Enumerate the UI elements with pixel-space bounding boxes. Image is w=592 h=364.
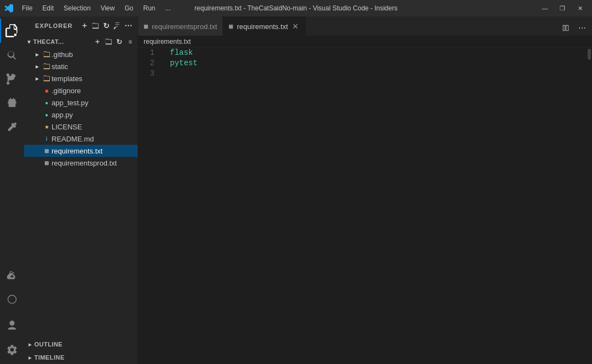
menu-edit[interactable]: Edit (38, 3, 58, 13)
outline-label: OUTLINE (34, 341, 62, 348)
new-file-button[interactable]: ＋ (79, 21, 89, 31)
tree-item-label: .gitignore (52, 87, 138, 95)
explorer-tree: ▼ THECAT... ＋ ↻ ≡ ► .github (24, 35, 138, 338)
tree-item-static[interactable]: ► static (24, 60, 138, 72)
tree-item-requirementsprod[interactable]: ▩ requirementsprod.txt (24, 157, 138, 169)
code-editor[interactable]: flask pytest (166, 48, 584, 364)
activity-item-account[interactable] (0, 314, 24, 338)
tab-file-icon: ▩ (144, 24, 149, 29)
tab-label: requirementsprod.txt (152, 22, 217, 31)
minimize-button[interactable]: — (537, 2, 553, 14)
account-icon (6, 320, 18, 332)
folder-closed-icon (43, 75, 50, 82)
activity-item-search[interactable] (0, 43, 24, 67)
code-token-pytest: pytest (170, 58, 197, 69)
timeline-section: ► TIMELINE (24, 351, 138, 364)
tree-item-license[interactable]: ★ LICENSE (24, 121, 138, 133)
tree-item-requirements[interactable]: ▩ requirements.txt (24, 145, 138, 157)
tree-item-label: requirementsprod.txt (52, 159, 138, 167)
window-controls: — ❐ ✕ (537, 2, 588, 14)
workspace-folder[interactable]: ▼ THECAT... ＋ ↻ ≡ (24, 35, 138, 48)
workspace-folder-label: THECAT... (33, 38, 64, 45)
tree-item-label: .github (52, 50, 138, 59)
collapse-icon (113, 22, 121, 30)
tree-item-github[interactable]: ► .github (24, 48, 138, 60)
workspace-new-file[interactable]: ＋ (93, 37, 103, 47)
tab-requirements[interactable]: ▩ requirements.txt ✕ (223, 16, 306, 36)
split-editor-button[interactable] (558, 20, 573, 36)
explorer-icon (5, 24, 19, 37)
activity-item-explorer[interactable] (0, 19, 24, 43)
settings-icon (6, 344, 18, 356)
menu-file[interactable]: File (18, 3, 37, 13)
title-bar: File Edit Selection View Go Run ... requ… (0, 0, 592, 16)
split-editor-icon (562, 24, 570, 32)
main-container: Explorer ＋ ↻ ⋯ ▼ THECAT... ＋ (0, 16, 592, 364)
window-title: requirements.txt - TheCatSaidNo-main - V… (195, 4, 397, 12)
collapse-all-button[interactable] (112, 21, 122, 31)
workspace-new-folder[interactable] (104, 37, 113, 47)
activity-item-settings[interactable] (0, 338, 24, 362)
timeline-header[interactable]: ► TIMELINE (24, 351, 138, 364)
editor-scrollbar[interactable] (584, 48, 592, 364)
tab-file-icon: ▩ (229, 24, 234, 29)
sidebar-header-icons: ＋ ↻ ⋯ (79, 21, 133, 31)
activity-item-remote[interactable] (0, 287, 24, 311)
tree-item-gitignore[interactable]: ■ .gitignore (24, 84, 138, 96)
activity-bottom (0, 263, 24, 362)
line-number-1: 1 (138, 48, 161, 58)
restore-button[interactable]: ❐ (555, 2, 570, 14)
new-folder-button[interactable] (90, 21, 100, 31)
editor-content: 1 2 3 flask pytest (138, 48, 592, 364)
test-icon (6, 269, 18, 281)
code-token-flask: flask (170, 48, 193, 58)
menu-more[interactable]: ... (161, 3, 175, 13)
vscode-logo (4, 4, 13, 13)
breadcrumb-item: requirements.txt (144, 38, 191, 46)
refresh-button[interactable]: ↻ (101, 21, 111, 31)
tree-item-app-test[interactable]: ● app_test.py (24, 96, 138, 109)
txt-icon: ▩ (42, 148, 52, 153)
license-icon: ★ (42, 124, 52, 130)
activity-item-extensions[interactable] (0, 115, 24, 139)
code-line-2: pytest (170, 58, 584, 69)
explorer-title: Explorer (35, 22, 73, 29)
tree-item-label: app.py (52, 111, 138, 119)
tree-item-templates[interactable]: ► templates (24, 72, 138, 84)
outline-arrow: ► (27, 342, 33, 348)
tab-requirementsprod[interactable]: ▩ requirementsprod.txt (138, 16, 223, 36)
code-line-3 (170, 69, 584, 79)
workspace-refresh[interactable]: ↻ (115, 37, 124, 47)
more-tabs-button[interactable]: ⋯ (574, 20, 590, 36)
activity-item-scm[interactable] (0, 67, 24, 91)
tree-item-label: static (52, 62, 138, 71)
source-control-icon (6, 73, 18, 85)
activity-item-test[interactable] (0, 263, 24, 287)
tree-item-app-py[interactable]: ● app.py (24, 109, 138, 121)
menu-view[interactable]: View (96, 3, 119, 13)
activity-item-debug[interactable] (0, 91, 24, 115)
search-icon (6, 49, 18, 61)
menu-selection[interactable]: Selection (59, 3, 95, 13)
tab-bar-actions: ⋯ (558, 20, 592, 36)
collapse-arrow: ► (33, 64, 42, 70)
workspace-folder-icon (105, 38, 112, 46)
tab-close-button[interactable]: ✕ (291, 22, 300, 31)
close-button[interactable]: ✕ (572, 2, 588, 14)
line-numbers: 1 2 3 (138, 48, 166, 364)
code-line-1: flask (170, 48, 584, 58)
menu-run[interactable]: Run (139, 3, 160, 13)
more-actions-button[interactable]: ⋯ (123, 21, 133, 31)
remote-icon (6, 293, 18, 305)
menu-go[interactable]: Go (120, 3, 138, 13)
tab-bar: ▩ requirementsprod.txt ▩ requirements.tx… (138, 16, 592, 36)
folder-icon (42, 50, 52, 58)
outline-section: ► OUTLINE (24, 338, 138, 351)
txt-icon: ▩ (42, 160, 52, 166)
workspace-collapse[interactable]: ≡ (126, 37, 135, 47)
sidebar: Explorer ＋ ↻ ⋯ ▼ THECAT... ＋ (24, 16, 138, 364)
run-debug-icon (6, 97, 18, 109)
outline-header[interactable]: ► OUTLINE (24, 338, 138, 351)
tree-item-readme[interactable]: i README.md (24, 133, 138, 145)
collapse-arrow: ► (33, 52, 42, 58)
